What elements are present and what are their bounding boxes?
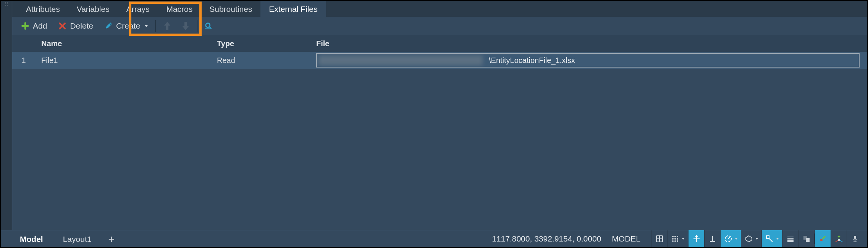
- status-bar: Model Layout1 + 1117.8000, 3392.9154, 0.…: [1, 230, 867, 247]
- perpendicular-toggle[interactable]: [704, 230, 720, 247]
- main-row: ⠿ Attributes Variables Arrays Macros Sub…: [1, 1, 867, 230]
- row-number: 1: [12, 56, 35, 65]
- cell-name[interactable]: File1: [35, 56, 211, 65]
- layout-tab-layout1[interactable]: Layout1: [53, 231, 102, 247]
- add-layout-button[interactable]: +: [101, 231, 121, 247]
- status-toggle-group: [651, 230, 863, 247]
- plus-icon: [21, 21, 30, 31]
- layout-tab-model[interactable]: Model: [10, 231, 53, 247]
- tab-arrays[interactable]: Arrays: [118, 1, 158, 17]
- svg-rect-13: [806, 238, 810, 242]
- header-type[interactable]: Type: [211, 39, 310, 48]
- create-label: Create: [116, 21, 140, 31]
- svg-point-2: [674, 236, 676, 237]
- properties-panel: Attributes Variables Arrays Macros Subro…: [12, 1, 867, 230]
- svg-point-3: [677, 236, 678, 237]
- chevron-down-icon: [145, 25, 148, 27]
- find-button[interactable]: [202, 20, 216, 32]
- add-label: Add: [33, 21, 47, 31]
- file-path-input[interactable]: \EntityLocationFile_1.xlsx: [316, 53, 860, 68]
- file-path-suffix: \EntityLocationFile_1.xlsx: [489, 56, 575, 65]
- create-button[interactable]: Create: [101, 20, 151, 32]
- ortho-toggle[interactable]: [688, 230, 704, 247]
- header-name[interactable]: Name: [35, 39, 211, 48]
- add-button[interactable]: Add: [18, 20, 50, 32]
- isoplane-toggle[interactable]: [741, 230, 761, 247]
- tab-macros[interactable]: Macros: [158, 1, 201, 17]
- status-readouts: 1117.8000, 3392.9154, 0.0000 MODEL: [121, 230, 867, 247]
- snap-mode-toggle[interactable]: [667, 230, 688, 247]
- table-row[interactable]: 1 File1 Read \EntityLocationFile_1.xlsx: [12, 52, 867, 69]
- panel-tabs: Attributes Variables Arrays Macros Subro…: [12, 1, 867, 17]
- separator: [155, 20, 156, 32]
- lineweight-toggle[interactable]: [782, 230, 798, 247]
- tab-variables[interactable]: Variables: [68, 1, 118, 17]
- cell-type[interactable]: Read: [211, 56, 310, 65]
- header-file[interactable]: File: [310, 39, 867, 48]
- redacted-path-icon: [318, 55, 483, 65]
- grid-empty-area: [12, 69, 867, 230]
- move-up-button[interactable]: [160, 20, 174, 32]
- panel-toolbar: Add Delete Create: [12, 17, 867, 35]
- svg-point-4: [672, 238, 674, 240]
- svg-point-1: [672, 236, 674, 237]
- svg-rect-11: [766, 236, 769, 238]
- object-snap-toggle[interactable]: [761, 230, 782, 247]
- coordinates-readout: 1117.8000, 3392.9154, 0.0000: [492, 234, 601, 243]
- arrow-up-icon: [163, 21, 172, 31]
- svg-point-8: [674, 240, 676, 242]
- model-space-label[interactable]: MODEL: [612, 234, 640, 243]
- delete-button[interactable]: Delete: [55, 20, 96, 32]
- app-window: ⠿ Attributes Variables Arrays Macros Sub…: [0, 0, 868, 248]
- tab-subroutines[interactable]: Subroutines: [201, 1, 260, 17]
- files-grid: Name Type File 1 File1 Read \EntityLocat…: [12, 35, 867, 230]
- tab-attributes[interactable]: Attributes: [18, 1, 68, 17]
- layout-tabs: Model Layout1 +: [1, 230, 121, 247]
- tab-external-files[interactable]: External Files: [260, 1, 326, 17]
- svg-point-15: [838, 239, 840, 241]
- polar-tracking-toggle[interactable]: [720, 230, 741, 247]
- navigate-toggle[interactable]: [847, 230, 863, 247]
- arrow-down-icon: [181, 21, 190, 31]
- svg-point-7: [672, 240, 674, 242]
- panel-drag-gutter[interactable]: ⠿: [1, 1, 12, 230]
- gizmo-toggle[interactable]: [831, 230, 847, 247]
- separator: [197, 20, 197, 32]
- grid-header-row: Name Type File: [12, 35, 867, 52]
- svg-point-5: [674, 238, 676, 240]
- grid-display-toggle[interactable]: [651, 230, 667, 247]
- pencil-icon: [104, 21, 113, 31]
- cell-file[interactable]: \EntityLocationFile_1.xlsx: [310, 53, 867, 68]
- delete-label: Delete: [70, 21, 93, 31]
- ucs-toggle[interactable]: [815, 230, 831, 247]
- x-icon: [58, 21, 67, 31]
- svg-point-9: [677, 240, 678, 242]
- grip-icon: ⠿: [5, 3, 8, 5]
- svg-point-6: [677, 238, 678, 240]
- transparency-toggle[interactable]: [798, 230, 814, 247]
- move-down-button[interactable]: [179, 20, 192, 32]
- find-icon: [204, 21, 213, 31]
